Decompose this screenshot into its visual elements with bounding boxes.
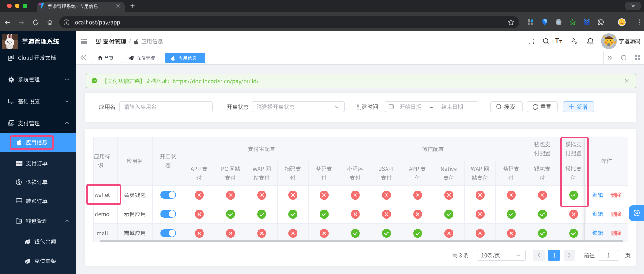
- svg-text:PayPal: PayPal: [16, 163, 22, 164]
